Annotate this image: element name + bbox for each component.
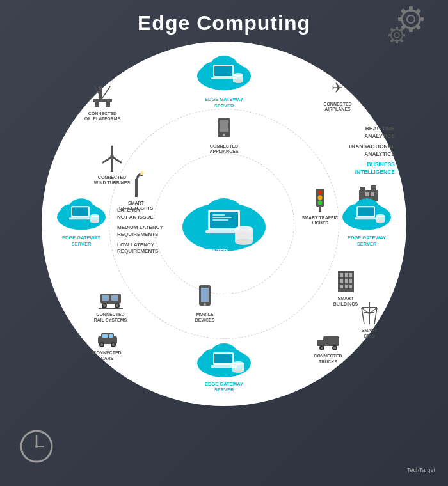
connected-oil-platforms: ConnectedOil Platforms [80,83,125,122]
smart-traffic-label: Smart TrafficLights [301,216,339,226]
svg-point-103 [333,347,336,349]
connected-airplanes-label: ConnectedAirplanes [317,102,358,113]
svg-rect-130 [72,208,88,216]
svg-rect-13 [396,40,398,43]
svg-rect-5 [398,17,403,21]
svg-rect-146 [111,157,113,172]
svg-rect-30 [212,214,225,216]
svg-rect-18 [399,38,403,42]
svg-point-38 [235,232,253,239]
data-center-node: DATA CENTER/ CLOUD [173,182,275,265]
svg-rect-8 [415,24,421,30]
low-latency: LOW LATENCYREQUIREMENTS [117,242,163,255]
business-intelligence-label: BUSINESSINTELLIGENCE [348,161,395,176]
svg-point-134 [90,220,99,223]
streetlights-label: SmartStreetlights [115,201,157,212]
connected-appliances-label: ConnectedAppliances [202,144,246,155]
svg-rect-143 [135,179,138,197]
svg-rect-82 [340,273,343,277]
top-edge-gateway: EDGE GATEWAYSERVER [189,49,259,109]
svg-rect-32 [212,219,228,221]
svg-rect-3 [409,27,413,32]
connected-appliances: ConnectedAppliances [202,117,246,155]
svg-rect-14 [402,34,405,36]
svg-rect-86 [345,279,348,283]
svg-line-150 [112,157,121,162]
svg-rect-63 [371,185,376,191]
svg-point-117 [100,343,103,346]
svg-rect-15 [388,34,392,36]
svg-rect-17 [390,38,394,42]
svg-rect-87 [349,279,352,283]
connected-wind-turbines: ConnectedWind Turbines [90,144,134,186]
svg-point-113 [232,369,244,373]
svg-rect-2 [409,6,413,12]
svg-line-56 [102,86,110,99]
techtarget-logo: TechTarget [407,467,435,473]
svg-point-59 [223,134,225,136]
svg-rect-99 [317,340,325,346]
svg-rect-31 [212,217,232,218]
page-container: Edge Computing [0,0,448,486]
svg-rect-77 [355,218,378,220]
svg-rect-53 [95,102,99,107]
svg-rect-19 [390,27,394,31]
svg-point-139 [103,304,106,307]
svg-rect-76 [358,208,374,216]
clock-decoration [19,429,54,467]
connected-rail-label: ConnectedRail Systems [90,312,131,323]
svg-rect-123 [201,288,209,302]
transactional-analytics-label: TRANSACTIONALANALYTICS [348,143,395,159]
connected-cars: ConnectedCars [86,330,128,361]
svg-rect-136 [102,295,109,301]
smart-grid: SmartGrid [350,301,388,339]
svg-rect-58 [220,120,228,132]
svg-point-145 [140,171,144,175]
real-time-analytics-label: REAL-TIMEANALYTICS [348,125,395,141]
connected-airplanes: ✈ ConnectedAirplanes [317,77,358,113]
svg-rect-85 [340,279,343,283]
svg-point-11 [394,33,399,38]
svg-rect-83 [345,273,348,277]
oil-platforms-label: ConnectedOil Platforms [80,111,125,122]
gear-decoration [384,6,435,54]
connected-trucks: ConnectedTrucks [307,333,349,364]
svg-point-67 [318,191,323,195]
mobile-devices: MobileDevices [186,284,224,323]
connected-trucks-label: ConnectedTrucks [307,354,349,364]
svg-rect-6 [415,8,421,15]
latency-section: LATENCYNOT AN ISSUE MEDIUM LATENCYREQUIR… [117,207,163,255]
svg-rect-46 [214,66,232,76]
svg-line-96 [362,308,364,324]
svg-rect-12 [396,27,398,30]
svg-point-80 [376,220,385,223]
right-cloud-label: EDGE GATEWAYSERVER [335,235,399,248]
svg-text:✈: ✈ [332,80,343,96]
svg-point-68 [318,196,323,200]
right-analytics-section: REAL-TIMEANALYTICS TRANSACTIONALANALYTIC… [348,125,395,176]
medium-latency: MEDIUM LATENCYREQUIREMENTS [117,224,163,238]
smart-traffic-lights: Smart TrafficLights [301,187,339,226]
svg-rect-142 [99,308,123,309]
svg-rect-90 [349,285,352,288]
left-cloud-label: EDGE GATEWAYSERVER [49,235,113,248]
svg-rect-88 [340,285,343,288]
svg-rect-54 [106,102,110,107]
svg-rect-52 [93,99,112,102]
svg-rect-9 [401,8,407,15]
top-cloud-label: EDGE GATEWAYSERVER [189,97,259,109]
left-edge-gateway: EDGE GATEWAYSERVER [49,193,113,248]
smart-grid-label: SmartGrid [350,328,388,339]
svg-point-124 [204,303,206,306]
page-title: Edge Computing [138,12,310,35]
svg-point-1 [407,15,415,23]
svg-rect-120 [102,334,108,338]
wind-turbines-label: ConnectedWind Turbines [90,175,134,186]
svg-rect-70 [319,207,321,212]
svg-point-36 [235,239,253,245]
main-diagram: DATA CENTER/ CLOUD EDGE GATEWAYSERVER [42,42,406,406]
svg-rect-131 [69,218,92,220]
svg-rect-121 [109,334,113,338]
svg-rect-4 [419,17,424,21]
svg-rect-84 [349,273,352,277]
